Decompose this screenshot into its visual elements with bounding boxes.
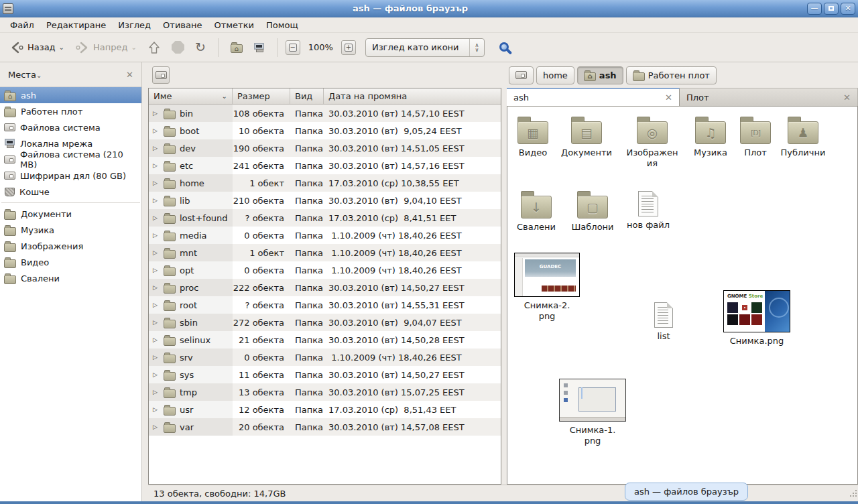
file-icon-pictures-folder[interactable]: ◎ Изображения: [623, 116, 682, 169]
menu-bookmarks[interactable]: Отметки: [208, 19, 259, 32]
file-icon-video-folder[interactable]: ▦ Видео: [507, 116, 558, 158]
column-header-date[interactable]: Дата на промяна: [324, 88, 501, 104]
expander-icon[interactable]: ▷: [153, 319, 160, 326]
table-row-bin[interactable]: ▷bin108 обектаПапка30.03.2010 (вт) 14,57…: [149, 105, 501, 122]
table-row-var[interactable]: ▷var20 обектаПапка30.03.2010 (вт) 14,57,…: [149, 418, 501, 436]
table-row-etc[interactable]: ▷etc241 обектаПапка30.03.2010 (вт) 14,57…: [149, 157, 501, 174]
path-button-home[interactable]: home: [536, 66, 574, 84]
tab-ash[interactable]: ash✕: [507, 88, 680, 106]
sidebar-item-encrypted-80gb[interactable]: Шифриран дял (80 GB): [0, 168, 141, 184]
column-header-size[interactable]: Размер: [233, 88, 290, 104]
expander-icon[interactable]: ▷: [153, 180, 160, 186]
menu-help[interactable]: Помощ: [260, 19, 304, 32]
expander-icon[interactable]: ▷: [153, 127, 160, 134]
column-header-name[interactable]: Име⌄: [149, 88, 233, 104]
view-mode-select[interactable]: Изглед като икони ∧ ∨: [365, 38, 485, 57]
menu-edit[interactable]: Редактиране: [40, 19, 112, 32]
zoom-out-button[interactable]: −: [286, 40, 300, 55]
sidebar-splitter[interactable]: [142, 62, 148, 501]
expander-icon[interactable]: ▷: [153, 336, 160, 343]
table-row-boot[interactable]: ▷boot10 обектаПапка30.03.2010 (вт) 9,05,…: [149, 122, 501, 139]
file-icon-new-file[interactable]: нов файл: [620, 188, 676, 231]
expander-icon[interactable]: ▷: [153, 145, 160, 151]
file-icon-public-folder[interactable]: ♟ Публични: [775, 116, 831, 158]
expander-icon[interactable]: ▷: [153, 354, 160, 361]
tab-close-icon[interactable]: ✕: [665, 92, 672, 103]
table-row-media[interactable]: ▷media0 обектаПапка 1.10.2009 (чт) 18,40…: [149, 227, 501, 244]
sidebar-item-videos[interactable]: Видео: [0, 254, 141, 270]
file-icon-downloads-folder[interactable]: ↓ Свалени: [508, 190, 564, 233]
sidebar-item-filesystem[interactable]: Файлова система: [0, 119, 141, 135]
sidebar-item-downloads[interactable]: Свалени: [0, 270, 141, 286]
expander-icon[interactable]: ▷: [153, 302, 160, 308]
title-bar[interactable]: ash — файлов браузър — ✕: [0, 0, 858, 17]
menu-view[interactable]: Изглед: [112, 19, 157, 32]
expander-icon[interactable]: ▷: [153, 162, 160, 169]
file-icon-documents-folder[interactable]: ▤ Документи: [558, 116, 615, 158]
file-icon-snimka-1-png[interactable]: Снимка-1.png: [556, 379, 629, 446]
table-row-home[interactable]: ▷home1 обектПапка17.03.2010 (ср) 10,38,5…: [149, 174, 501, 192]
sidebar-item-pictures[interactable]: Изображения: [0, 238, 141, 254]
home-button[interactable]: ⌂: [227, 38, 247, 56]
root-path-button[interactable]: [152, 66, 170, 84]
table-row-dev[interactable]: ▷dev190 обектаПапка30.03.2010 (вт) 14,51…: [149, 139, 501, 157]
back-history-chevron-icon[interactable]: ⌄: [59, 44, 64, 51]
expander-icon[interactable]: ▷: [153, 249, 160, 256]
computer-button[interactable]: [249, 40, 269, 56]
zoom-in-button[interactable]: +: [341, 40, 356, 55]
tab-plot[interactable]: Плот✕: [680, 88, 858, 106]
table-row-mnt[interactable]: ▷mnt1 обектПапка 1.10.2009 (чт) 18,40,26…: [149, 244, 501, 261]
icon-view[interactable]: ▦ Видео ▤ Документи ◎ Изображения ♫: [507, 107, 858, 485]
expander-icon[interactable]: ▷: [153, 371, 160, 378]
expander-icon[interactable]: ▷: [153, 214, 160, 221]
tab-close-icon[interactable]: ✕: [843, 92, 851, 103]
path-button-root[interactable]: [509, 66, 534, 84]
pane-splitter[interactable]: [501, 62, 507, 485]
expander-icon[interactable]: ▷: [153, 232, 160, 239]
expander-icon[interactable]: ▷: [153, 267, 160, 273]
window-list-button[interactable]: ash — файлов браузър: [625, 483, 748, 501]
path-button-desktop[interactable]: Работен плот: [626, 66, 717, 84]
close-button[interactable]: ✕: [841, 3, 855, 15]
expander-icon[interactable]: ▷: [153, 406, 160, 413]
expander-icon[interactable]: ▷: [153, 197, 160, 204]
stop-button[interactable]: [168, 38, 188, 57]
forward-button[interactable]: Напред ⌄: [71, 38, 141, 58]
table-row-sys[interactable]: ▷sys11 обектаПапка30.03.2010 (вт) 14,50,…: [149, 366, 501, 383]
search-button[interactable]: [487, 38, 518, 58]
sidebar-item-documents[interactable]: Документи: [0, 206, 141, 222]
up-button[interactable]: [143, 37, 165, 58]
table-row-sbin[interactable]: ▷sbin272 обектаПапка30.03.2010 (вт) 9,04…: [149, 314, 501, 331]
table-row-selinux[interactable]: ▷selinux21 обектаПапка30.03.2010 (вт) 14…: [149, 331, 501, 349]
table-row-opt[interactable]: ▷opt0 обектаПапка 1.10.2009 (чт) 18,40,2…: [149, 261, 501, 279]
expander-icon[interactable]: ▷: [153, 424, 160, 430]
menu-file[interactable]: Файл: [4, 19, 40, 32]
sidebar-item-ash[interactable]: ⌂ ash: [0, 87, 141, 103]
expander-icon[interactable]: ▷: [153, 284, 160, 291]
file-icon-snimka-png[interactable]: GNOME Store Снимка.png: [721, 290, 793, 346]
table-row-lost-found[interactable]: ▷lost+found? обектаПапка17.03.2010 (ср) …: [149, 209, 501, 227]
expander-icon[interactable]: ▷: [153, 389, 160, 395]
resize-grip-icon[interactable]: [849, 489, 857, 497]
menu-go[interactable]: Отиване: [157, 19, 208, 32]
table-row-root[interactable]: ▷root? обектаПапка30.03.2010 (вт) 14,55,…: [149, 296, 501, 314]
back-button[interactable]: Назад ⌄: [5, 38, 68, 58]
sidebar-item-trash[interactable]: Кошче: [0, 184, 141, 200]
table-row-proc[interactable]: ▷proc222 обектаПапка30.03.2010 (вт) 14,5…: [149, 279, 501, 296]
sidebar-item-desktop[interactable]: Работен плот: [0, 103, 141, 119]
sidebar-item-music[interactable]: Музика: [0, 222, 141, 238]
column-header-type[interactable]: Вид: [290, 88, 324, 104]
file-icon-templates-folder[interactable]: ▢ Шаблони: [564, 190, 621, 233]
sidebar-title-dropdown[interactable]: Места⌄: [8, 70, 42, 80]
table-row-srv[interactable]: ▷srv0 обектаПапка 1.10.2009 (чт) 18,40,2…: [149, 349, 501, 366]
expander-icon[interactable]: ▷: [153, 110, 160, 117]
maximize-button[interactable]: [824, 3, 839, 15]
file-icon-snimka-2-png[interactable]: GUADEC Снимка-2.png: [510, 253, 584, 322]
sidebar-item-filesystem-210mb[interactable]: Файлова система (210 MB): [0, 151, 141, 168]
table-row-tmp[interactable]: ▷tmp13 обектаПапка30.03.2010 (вт) 15,07,…: [149, 383, 501, 401]
sidebar-close-button[interactable]: ✕: [126, 70, 133, 80]
minimize-button[interactable]: —: [807, 3, 822, 15]
path-button-ash[interactable]: ⌂ash: [577, 66, 623, 84]
reload-button[interactable]: ↻: [191, 38, 210, 57]
spinner-icon[interactable]: ∧ ∨: [469, 39, 484, 56]
